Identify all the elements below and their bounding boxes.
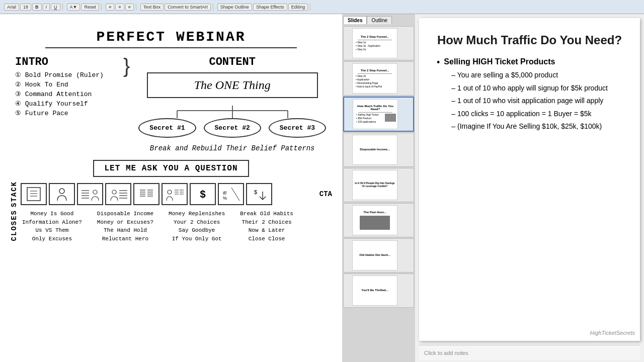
svg-text:$: $ (254, 189, 257, 195)
brace-right: } (123, 56, 130, 76)
thumb-img-2: The 2 Step Funnel... • Step 1b• Applicat… (352, 63, 397, 94)
convert-btn[interactable]: Convert to SmartArt (165, 4, 211, 11)
thumb-img-3: How Much Traffic Do You Need? • Selling … (353, 99, 398, 129)
svg-point-28 (168, 190, 172, 194)
underline-btn[interactable]: U (51, 4, 60, 11)
intro-title: INTRO (15, 56, 48, 68)
one-thing-box: The ONE Thing (147, 72, 318, 98)
closes-row: CLOSES Money Is Good Information Alone? … (10, 210, 332, 243)
person-icon (54, 187, 69, 202)
outline-tab[interactable]: Outline (367, 16, 392, 24)
stack-icon-1 (21, 183, 47, 205)
secret-1-oval: Secret #1 (138, 118, 196, 138)
connector-lines (147, 106, 318, 118)
intro-section: INTRO ① Bold Promise (Ruler) ② Hook To E… (10, 56, 121, 119)
watermark: HighTicketSecrets (590, 330, 635, 336)
percent-icon: If/ % (221, 187, 240, 202)
close-3-line-1: Their 2 Choices (242, 218, 292, 227)
close-item-2: Money Replenishes Your 2 Choices Say Goo… (169, 210, 225, 243)
font-color-btn[interactable]: A▼ (67, 4, 80, 11)
slides-tab[interactable]: Slides (343, 16, 367, 24)
slide-editor: PERFECT WEBINAR INTRO ① Bold Promise (Ru… (0, 14, 342, 362)
cta-label: CTA (319, 190, 332, 198)
intro-list: ① Bold Promise (Ruler) ② Hook To End ③ C… (15, 71, 104, 119)
thumbnail-6[interactable]: The Past Hour... (343, 203, 414, 237)
bold-btn[interactable]: B (32, 4, 42, 11)
stack-icon-9: $ (246, 183, 272, 205)
stack-label: STACK (10, 181, 18, 207)
dollar-icon: $ (195, 187, 210, 202)
dollar-arrow-icon: $ (252, 187, 267, 202)
list-person-icon (80, 187, 100, 202)
stack-icon-2 (49, 183, 75, 205)
slide-display-heading: How Much Traffic Do You Need? (437, 33, 622, 47)
close-item-0: Money Is Good Information Alone? Us VS T… (22, 210, 82, 243)
align-right-btn[interactable]: ≡ (125, 4, 134, 11)
close-3-line-3: Close Close (249, 235, 285, 243)
close-2-line-0: Money Replenishes (169, 210, 225, 218)
svg-line-38 (231, 188, 239, 201)
thumbnail-8[interactable]: You'll Be Thrilled... (343, 274, 414, 308)
close-1-line-3: Reluctant Hero (102, 235, 148, 243)
svg-point-9 (59, 189, 64, 194)
notes-bar[interactable]: Click to add notes (419, 345, 640, 360)
align-left-btn[interactable]: ≡ (106, 4, 114, 11)
close-1-line-2: The Hand Hold (104, 226, 147, 235)
thumb-img-4: Disposable Income... (352, 135, 397, 165)
sub-item-1: 1 out of 10 who apply will signup for $5… (451, 83, 608, 94)
font-size-btn[interactable]: 18 (20, 4, 31, 11)
ask-question-box: LET ME ASK YOU A QUESTION (93, 160, 249, 177)
close-item-3: Break Old Habits Their 2 Choices Now & L… (240, 210, 293, 243)
toolbar-group-align: ≡ ≡ ≡ (104, 4, 136, 11)
thumbnail-1[interactable]: The 2 Step Funnel... • Step 1a• Step 1b … (343, 26, 414, 60)
close-0-line-2: Us VS Them (35, 226, 68, 235)
slide-sub-list: You are selling a $5,000 product 1 out o… (444, 70, 608, 132)
stack-icon-5 (133, 183, 159, 205)
notes-placeholder: Click to add notes (424, 350, 468, 356)
thumbnail-4[interactable]: Disposable Income... (343, 133, 414, 167)
thumbnail-5[interactable]: Is It Ok If People Dip Into Savings Or L… (343, 168, 414, 202)
editing-btn[interactable]: Editing (288, 4, 308, 11)
toolbar-group-color: A▼ Reset (65, 4, 102, 11)
toolbar: Arial 18 B I U A▼ Reset ≡ ≡ ≡ Text Box C… (0, 0, 644, 14)
toolbar-group-font: Arial 18 B I U (2, 4, 63, 11)
sub-item-4: (Imagine If You Are Selling $10k, $25k, … (451, 122, 608, 132)
close-1-line-0: Disposable Income (97, 210, 153, 218)
close-0-line-3: Only Excuses (32, 235, 72, 243)
close-item-1: Disposable Income Money or Excuses? The … (97, 210, 153, 243)
stack-icon-8: If/ % (218, 183, 244, 205)
secret-2-oval: Secret #2 (204, 118, 261, 138)
stack-icon-6 (162, 183, 188, 205)
close-2-line-2: Say Goodbye (179, 226, 215, 235)
sub-item-2: 1 out of 10 who visit application page w… (451, 96, 608, 106)
stack-icon-7: $ (190, 183, 216, 205)
person-list-icon (108, 187, 128, 202)
close-2-line-3: If You Only Got (172, 235, 222, 243)
align-center-btn[interactable]: ≡ (115, 4, 124, 11)
secret-3-oval: Secret #3 (269, 118, 326, 138)
italic-btn[interactable]: I (43, 4, 50, 11)
slides-panel: Slides Outline The 2 Step Funnel... • St… (342, 14, 415, 362)
toolbar-group-arrange: Shape Outline Shape Effects Editing (215, 4, 310, 11)
intro-item-5: ⑤ Future Pace (15, 109, 104, 117)
close-3-line-2: Now & Later (249, 226, 285, 235)
font-name-btn[interactable]: Arial (4, 4, 19, 11)
textbox-btn[interactable]: Text Box (140, 4, 164, 11)
close-0-line-0: Money Is Good (31, 210, 74, 218)
thumbnail-2[interactable]: The 2 Step Funnel... • Step 1b• Applicat… (343, 61, 414, 96)
thumb-img-7: Old Habits Die Hard... (352, 240, 397, 270)
thumbnail-7[interactable]: Old Habits Die Hard... (343, 238, 414, 273)
close-1-line-1: Money or Excuses? (97, 218, 153, 227)
slide-tab-bar: Slides Outline (343, 16, 414, 24)
thumbnail-3[interactable]: How Much Traffic Do You Need? • Selling … (343, 97, 414, 132)
thumb-img-1: The 2 Step Funnel... • Step 1a• Step 1b … (352, 28, 397, 58)
belief-text: Break and Rebuild Their Belief Patterns (150, 144, 315, 152)
slide-display[interactable]: How Much Traffic Do You Need? • Selling … (419, 18, 640, 341)
stack-row: STACK (10, 181, 332, 207)
content-title: CONTENT (209, 56, 255, 68)
reset-btn[interactable]: Reset (81, 4, 99, 11)
shape-effects-btn[interactable]: Shape Effects (253, 4, 287, 11)
stack-icon-4 (105, 183, 131, 205)
shape-outline-btn[interactable]: Shape Outline (217, 4, 252, 11)
svg-text:$: $ (200, 189, 205, 200)
